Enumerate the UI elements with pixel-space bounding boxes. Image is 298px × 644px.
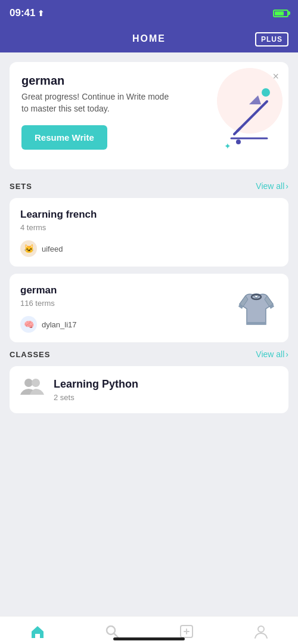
sets-view-all-text: View all — [256, 181, 284, 191]
status-time: 09:41 ⬆ — [10, 7, 44, 19]
svg-line-1 — [237, 101, 267, 131]
battery-fill — [275, 11, 284, 16]
promo-card: × german Great progress! Continue in Wri… — [10, 62, 288, 169]
promo-description: Great progress! Continue in Write mode t… — [21, 91, 169, 114]
app-header: HOME PLUS — [0, 26, 298, 52]
svg-point-0 — [262, 88, 270, 97]
svg-point-7 — [24, 379, 33, 387]
battery-container — [273, 10, 288, 17]
set-german-title: german — [20, 284, 228, 296]
svg-point-4 — [236, 140, 241, 144]
set-card-french[interactable]: Learning french 4 terms 🐱 uifeed — [10, 198, 288, 267]
sets-view-all-chevron: › — [285, 181, 288, 191]
sweater-image — [235, 287, 278, 330]
nav-profile[interactable] — [224, 624, 298, 639]
classes-view-all-text: View all — [256, 349, 284, 359]
svg-line-10 — [114, 633, 118, 637]
classes-section-header: CLASSES View all › — [10, 349, 288, 359]
set-german-author: 🧠 dylan_li17 — [20, 316, 228, 333]
author-avatar-brain: 🧠 — [20, 316, 37, 333]
nav-home[interactable] — [0, 624, 74, 639]
set-french-terms: 4 terms — [20, 223, 278, 232]
set-french-title: Learning french — [20, 209, 278, 221]
set-card-german[interactable]: german 116 terms 🧠 dylan_li17 — [10, 274, 288, 342]
svg-point-8 — [32, 379, 40, 387]
set-card-french-left: Learning french 4 terms 🐱 uifeed — [20, 209, 278, 257]
battery-icon — [273, 10, 288, 17]
sets-section-header: SETS View all › — [10, 181, 288, 191]
classes-view-all-link[interactable]: View all › — [256, 349, 288, 359]
author-avatar-cat: 🐱 — [20, 240, 37, 257]
set-card-german-left: german 116 terms 🧠 dylan_li17 — [20, 284, 228, 333]
set-german-terms: 116 terms — [20, 299, 228, 308]
author-name-uifeed: uifeed — [42, 244, 63, 253]
class-python-info: Learning Python 2 sets — [54, 378, 138, 402]
class-python-title: Learning Python — [54, 378, 138, 391]
location-icon: ⬆ — [38, 9, 44, 18]
sets-view-all-link[interactable]: View all › — [256, 181, 288, 191]
status-bar: 09:41 ⬆ — [0, 0, 298, 26]
set-french-author: 🐱 uifeed — [20, 240, 278, 257]
sets-label: SETS — [10, 182, 32, 191]
svg-text:✦: ✦ — [224, 141, 231, 151]
plus-badge[interactable]: PLUS — [255, 32, 288, 47]
classes-view-all-chevron: › — [285, 349, 288, 359]
main-content: × german Great progress! Continue in Wri… — [0, 52, 298, 468]
sets-section: SETS View all › Learning french 4 terms … — [10, 181, 288, 342]
author-name-dylan: dylan_li17 — [42, 320, 77, 329]
resume-write-button[interactable]: Resume Write — [21, 125, 107, 150]
classes-section: CLASSES View all › Learning Python 2 set… — [10, 349, 288, 413]
home-indicator — [113, 637, 185, 640]
promo-illustration: ✦ — [201, 72, 279, 155]
header-title: HOME — [132, 33, 166, 44]
class-python-sets: 2 sets — [54, 393, 138, 402]
svg-point-14 — [258, 626, 264, 632]
classes-label: CLASSES — [10, 350, 50, 359]
time-label: 09:41 — [10, 7, 35, 19]
class-card-python[interactable]: Learning Python 2 sets — [10, 366, 288, 413]
class-people-icon — [20, 377, 44, 402]
svg-line-2 — [234, 128, 240, 134]
